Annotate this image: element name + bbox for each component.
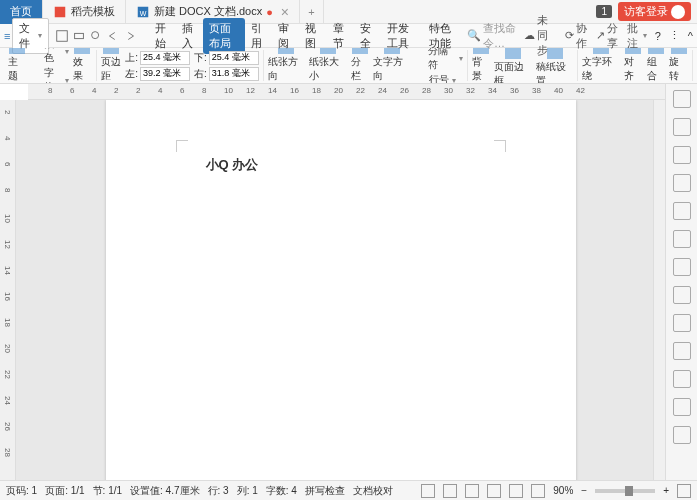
paper-size-button[interactable]: 纸张大小 [309,48,346,84]
svg-rect-3 [57,30,68,41]
document-canvas[interactable]: 小Q 办公 [16,100,665,480]
status-column[interactable]: 列: 1 [237,484,258,498]
document-page[interactable]: 小Q 办公 [106,100,576,480]
tab-templates[interactable]: 稻壳模板 [43,0,126,24]
zoom-out-icon[interactable]: − [581,485,587,496]
status-page-number[interactable]: 页码: 1 [6,484,37,498]
group-icon [648,48,664,54]
theme-button[interactable]: 主题 [8,48,27,84]
hamburger-icon[interactable]: ≡ [4,30,10,42]
wrap-icon [593,48,609,54]
page-border-button[interactable]: 页面边框 [494,48,532,84]
text-direction-button[interactable]: 文字方向 [373,48,410,84]
background-icon [473,48,489,54]
print-layout-icon[interactable] [465,484,479,498]
effects-button[interactable]: 效果 [73,48,92,84]
preview-icon[interactable] [89,29,103,43]
right-sidebar [665,84,697,480]
share-button[interactable]: ↗分享 [596,21,619,51]
watermark-button[interactable]: 稿纸设置 [536,48,574,84]
collab-button[interactable]: ⟳协作 [565,21,588,51]
status-section[interactable]: 节: 1/1 [93,484,122,498]
print-icon[interactable] [72,29,86,43]
orientation-icon [278,48,294,54]
help-icon[interactable]: ? [655,30,661,42]
help-panel-icon[interactable] [673,426,691,444]
fit-page-icon[interactable] [677,484,691,498]
margin-top-input[interactable] [140,51,190,65]
page-border-icon [505,48,521,59]
tab-dirty-icon: ● [266,6,273,18]
select-tool-icon[interactable] [673,118,691,136]
history-panel-icon[interactable] [673,314,691,332]
line-num-icon [415,74,427,84]
quick-access-toolbar [55,29,137,43]
command-search[interactable]: 🔍 查找命令… [467,21,516,51]
orientation-button[interactable]: 纸张方向 [268,48,305,84]
word-doc-icon: W [136,5,150,19]
outline-view-icon[interactable] [509,484,523,498]
background-button[interactable]: 背景 [472,48,491,84]
breaks-button[interactable]: 分隔符 [415,48,463,72]
align-button[interactable]: 对齐 [624,48,643,84]
outline-panel-icon[interactable] [673,202,691,220]
workspace: 246810121416182022242628 小Q 办公 [0,100,665,480]
status-line[interactable]: 行: 3 [208,484,229,498]
svg-rect-0 [55,6,66,17]
group-button[interactable]: 组合 [647,48,666,84]
margin-bottom-input[interactable] [209,51,259,65]
svg-point-5 [92,31,99,38]
zoom-slider[interactable] [595,489,655,493]
margin-left-input[interactable] [140,67,190,81]
theme-font-button[interactable]: 字体 [31,66,69,84]
margin-right-input[interactable] [209,67,259,81]
collab-icon: ⟳ [565,29,574,42]
horizontal-ruler[interactable]: 8642246810121416182022242628303234363840… [28,84,665,100]
fullscreen-icon[interactable] [421,484,435,498]
text-direction-icon [384,48,400,54]
undo-icon[interactable] [106,29,120,43]
ribbon-tab-2[interactable]: 页面布局 [203,18,245,54]
web-layout-icon[interactable] [487,484,501,498]
shape-panel-icon[interactable] [673,174,691,192]
focus-mode-icon[interactable] [531,484,545,498]
line-numbers-button[interactable]: 行号 [415,73,463,84]
margin-corner-tr [494,140,506,152]
tools-panel-icon[interactable] [673,370,691,388]
search-icon: 🔍 [467,29,481,42]
paper-size-icon [320,48,336,54]
color-icon [31,48,42,57]
reading-view-icon[interactable] [443,484,457,498]
properties-panel-icon[interactable] [673,230,691,248]
collapse-ribbon-icon[interactable]: ^ [688,30,693,42]
ribbon-tab-1[interactable]: 插入 [176,18,203,54]
vertical-ruler[interactable]: 246810121416182022242628 [0,100,16,480]
status-pages[interactable]: 页面: 1/1 [45,484,84,498]
statusbar: 页码: 1 页面: 1/1 节: 1/1 设置值: 4.7厘米 行: 3 列: … [0,480,697,500]
more-icon[interactable]: ⋮ [669,29,680,42]
columns-button[interactable]: 分栏 [351,48,370,84]
vertical-scrollbar[interactable] [653,100,665,480]
zoom-in-icon[interactable]: + [663,485,669,496]
redo-icon[interactable] [123,29,137,43]
comments-panel-icon[interactable] [673,258,691,276]
ribbon-tab-0[interactable]: 开始 [149,18,176,54]
annotate-button[interactable]: 批注 [627,21,647,51]
status-position[interactable]: 设置值: 4.7厘米 [130,484,199,498]
zoom-level[interactable]: 90% [553,485,573,496]
pencil-tool-icon[interactable] [673,90,691,108]
status-word-count[interactable]: 字数: 4 [266,484,297,498]
settings-panel-icon[interactable] [673,398,691,416]
text-wrap-button[interactable]: 文字环绕 [582,48,619,84]
rotate-button[interactable]: 旋转 [669,48,688,84]
save-icon[interactable] [55,29,69,43]
watermark-icon [547,48,563,59]
theme-color-button[interactable]: 颜色 [31,48,69,65]
status-proofing[interactable]: 文档校对 [353,484,393,498]
style-panel-icon[interactable] [673,146,691,164]
clipboard-panel-icon[interactable] [673,286,691,304]
status-spellcheck[interactable]: 拼写检查 [305,484,345,498]
find-panel-icon[interactable] [673,342,691,360]
margins-button[interactable]: 页边距 [101,48,121,84]
document-text[interactable]: 小Q 办公 [206,156,496,174]
